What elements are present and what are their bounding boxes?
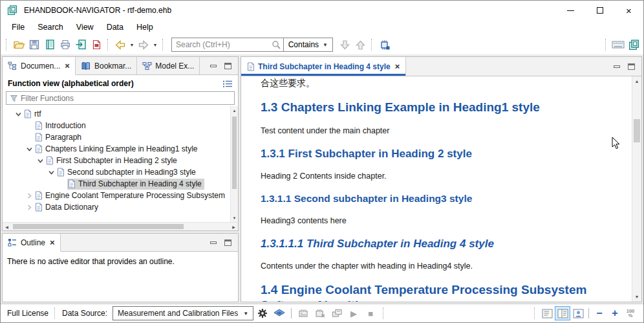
doc-heading-1-3-1-1: 1.3.1.1 Second subchapter in Heading3 st… (261, 192, 615, 205)
function-tree-zone: rtf Introduction Paragraph (3, 106, 238, 222)
statusbar-grip (534, 307, 536, 319)
virtual-keyboard-button[interactable] (610, 37, 626, 52)
previous-result-button[interactable] (352, 37, 368, 52)
tree-item-rtf[interactable]: rtf (3, 108, 230, 120)
ecu-data-button[interactable] (272, 306, 287, 320)
panel-maximize-icon[interactable] (628, 63, 635, 70)
tree-item-second-subchapter[interactable]: Second subchapter in Heading3 style (3, 166, 230, 178)
toolbar: ▼ ▼ Contains ▼ (1, 35, 643, 55)
search-box: Contains ▼ (171, 38, 333, 52)
chevron-collapsed-icon[interactable] (24, 204, 34, 211)
tree-item-chapters-linking[interactable]: Chapters Linking Example in Heading1 sty… (3, 143, 230, 155)
tree-vertical-scrollbar[interactable]: ▲ ▼ (230, 106, 238, 222)
chevron-expanded-icon[interactable] (35, 157, 45, 164)
panel-minimize-icon[interactable] (210, 65, 217, 67)
menu-data[interactable]: Data (100, 21, 130, 34)
tab-documents[interactable]: Documen... × (3, 57, 76, 75)
save-button[interactable] (27, 37, 42, 52)
scroll-down-icon[interactable]: ▼ (632, 292, 641, 302)
chevron-collapsed-icon[interactable] (24, 192, 34, 199)
editor-tab[interactable]: Third Subchapter in Heading 4 style × (241, 57, 406, 76)
play-icon: ▶ (350, 309, 357, 318)
tab-model-explorer[interactable]: Model Ex... (137, 57, 200, 74)
forward-history-caret[interactable]: ▼ (151, 37, 159, 52)
ehandbook-home-button[interactable] (626, 37, 641, 52)
scroll-right-icon[interactable]: ▶ (230, 223, 238, 231)
experiment-button[interactable] (329, 306, 345, 320)
stop-icon: ■ (368, 309, 373, 318)
tree-item-data-dictionary[interactable]: Data Dictionary (3, 201, 230, 213)
zoom-out-button[interactable]: − (592, 306, 607, 320)
editor-vertical-scrollbar[interactable]: ▲ ▼ (632, 76, 641, 302)
scroll-up-icon[interactable]: ▲ (632, 76, 641, 86)
tab-outline[interactable]: Outline × (3, 234, 61, 252)
scroll-down-icon[interactable]: ▼ (231, 214, 238, 222)
tab-bookmarks[interactable]: Bookmar... (76, 57, 137, 74)
scrollbar-track[interactable] (11, 223, 230, 230)
tree-horizontal-scrollbar[interactable]: ◀ ▶ (3, 222, 238, 230)
model-explorer-icon (142, 61, 152, 71)
chevron-expanded-icon[interactable] (24, 146, 34, 153)
zoom-in-button[interactable]: + (607, 306, 623, 320)
toolbar-grip (371, 39, 373, 50)
disconnect-ecu-button[interactable] (312, 306, 328, 320)
scrollbar-thumb[interactable] (232, 117, 237, 189)
print-button[interactable] (58, 37, 73, 52)
tree-item-third-subchapter-selected[interactable]: Third Subchapter in Heading 4 style (3, 178, 230, 190)
data-source-dropdown[interactable]: Measurement and Calibration Files ▼ (113, 306, 253, 320)
connect-ecu-button[interactable] (295, 306, 311, 320)
scrollbar-thumb[interactable] (13, 224, 184, 229)
panel-minimize-icon[interactable] (614, 65, 620, 68)
open-file-button[interactable] (11, 37, 27, 52)
menu-search[interactable]: Search (31, 21, 70, 34)
scrollbar-thumb[interactable] (634, 119, 640, 142)
search-mode-dropdown[interactable]: Contains ▼ (284, 40, 332, 49)
chevron-expanded-icon[interactable] (13, 111, 23, 118)
open-handbook-button[interactable] (42, 37, 58, 52)
next-result-button[interactable] (337, 37, 352, 52)
panel-maximize-icon[interactable] (224, 63, 231, 69)
view-split-button[interactable] (555, 306, 570, 320)
tree-item-engine-coolant[interactable]: Engine Coolant Temperature Processing Su… (3, 190, 230, 201)
tree-item-first-subchapter[interactable]: First Subchapter in Heading 2 style (3, 155, 230, 166)
menu-view[interactable]: View (70, 21, 100, 34)
back-button[interactable] (113, 37, 128, 52)
toolbar-grip (107, 39, 109, 50)
view-menu-icon[interactable] (222, 80, 233, 88)
caret-down-icon: ▼ (243, 311, 248, 317)
zoom-reset-button[interactable]: 100% (623, 306, 638, 320)
search-input[interactable] (172, 40, 270, 49)
stop-measurement-button[interactable]: ■ (363, 306, 378, 320)
data-settings-button[interactable] (255, 306, 270, 320)
view-presentation-button[interactable] (570, 306, 586, 320)
doc-paragraph: Test content under the main chapter (261, 126, 615, 136)
tree-item-introduction[interactable]: Introduction (3, 120, 230, 131)
maximize-button[interactable] (585, 1, 614, 20)
view-single-page-button[interactable] (539, 306, 555, 320)
tree-item-label: Paragraph (45, 133, 81, 142)
close-button[interactable]: × (614, 1, 643, 20)
menu-file[interactable]: File (5, 21, 31, 34)
scroll-left-icon[interactable]: ◀ (3, 223, 11, 231)
panel-minimize-icon[interactable] (210, 241, 217, 244)
close-icon[interactable]: × (65, 61, 70, 71)
export-pdf-button[interactable] (89, 37, 104, 52)
close-icon[interactable]: × (50, 238, 55, 247)
scroll-up-icon[interactable]: ▲ (231, 106, 238, 115)
close-icon[interactable]: × (395, 61, 400, 71)
menu-help[interactable]: Help (130, 21, 160, 34)
start-measurement-button[interactable]: ▶ (346, 306, 361, 320)
tree-item-paragraph[interactable]: Paragraph (3, 131, 230, 143)
main-area: Documen... × Bookmar... (1, 55, 643, 304)
doc-heading-1-4: 1.4 Engine Coolant Temperature Processin… (261, 282, 615, 302)
panel-maximize-icon[interactable] (224, 239, 231, 246)
chevron-expanded-icon[interactable] (46, 169, 56, 176)
ecu-view-button[interactable] (376, 37, 392, 52)
filter-functions-input[interactable] (21, 94, 234, 103)
forward-button[interactable] (136, 37, 151, 52)
minimize-button[interactable] (556, 1, 585, 20)
export-handbook-button[interactable] (73, 37, 89, 52)
export-handbook-icon (75, 39, 87, 50)
back-history-caret[interactable]: ▼ (128, 37, 136, 52)
search-icon[interactable] (270, 40, 283, 50)
